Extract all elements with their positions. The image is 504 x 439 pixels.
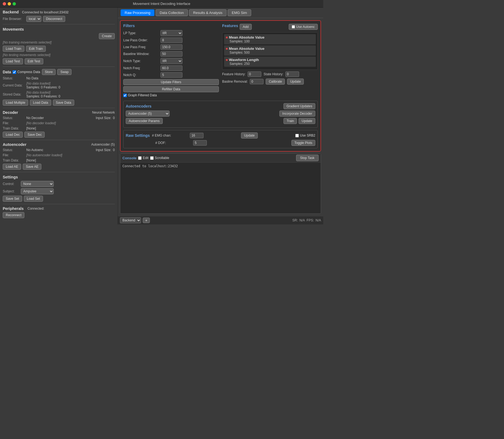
- filters-section: Filters LP Type: IIR Low Pass Order:: [123, 24, 219, 99]
- decoder-file-value: [No decoder loaded]: [26, 121, 56, 125]
- backend-section-header: Backend Connected to localhost:23432: [3, 10, 115, 14]
- scrollable-label[interactable]: Scrollable: [150, 156, 169, 160]
- console-body: Connected to localhost:23432: [120, 163, 321, 213]
- notch-freq-input[interactable]: [161, 65, 182, 71]
- raw-update-button[interactable]: Update: [241, 132, 258, 138]
- load-ae-button[interactable]: Load AE: [3, 164, 21, 170]
- ae-params-button[interactable]: Autoencoder Params: [126, 118, 163, 124]
- refilter-data-button[interactable]: Refilter Data: [123, 86, 219, 92]
- edit-checkbox[interactable]: [138, 156, 142, 160]
- save-ae-button[interactable]: Save AE: [23, 164, 41, 170]
- decoder-status-label: Status:: [3, 116, 25, 120]
- dof-input[interactable]: [193, 140, 207, 146]
- toggle-plots-button[interactable]: Toggle Plots: [291, 140, 315, 146]
- load-train-button[interactable]: Load Train: [3, 46, 24, 52]
- right-panel: Raw Processing Data Collection Results &…: [118, 8, 323, 224]
- baseline-removal-input[interactable]: [250, 79, 264, 84]
- movements-section-header: Movements: [3, 27, 115, 31]
- minimize-button[interactable]: [8, 2, 11, 5]
- save-dec-button[interactable]: Save Dec: [24, 132, 45, 138]
- create-button[interactable]: Create: [99, 33, 115, 39]
- use-srb2-checkbox[interactable]: [295, 134, 299, 137]
- stop-task-button[interactable]: Stop Task: [296, 155, 319, 161]
- graph-filtered-row: Graph Filtered Data: [123, 93, 219, 97]
- graph-filtered-checkbox[interactable]: [123, 94, 127, 97]
- incorporate-decoder-button[interactable]: Incorporate Decoder: [279, 111, 315, 117]
- content-area: Filters LP Type: IIR Low Pass Order:: [118, 18, 323, 216]
- load-dec-button[interactable]: Load Dec: [3, 132, 23, 138]
- scrollable-checkbox[interactable]: [150, 156, 154, 160]
- graph-filtered-label[interactable]: Graph Filtered Data: [123, 93, 157, 97]
- feature-minus-2[interactable]: ■: [226, 47, 228, 51]
- tab-results-analysis[interactable]: Results & Analysis: [189, 9, 227, 16]
- edit-test-button[interactable]: Edit Test: [25, 58, 43, 64]
- use-srb2-label[interactable]: Use SRB2: [295, 134, 315, 137]
- load-test-button[interactable]: Load Test: [3, 58, 23, 64]
- use-autoenc-checkbox[interactable]: [292, 25, 295, 28]
- decoder-status-value: No Decoder: [26, 116, 44, 120]
- load-set-button[interactable]: Load Set: [24, 196, 43, 202]
- feature-history-input[interactable]: [248, 71, 261, 77]
- maximize-button[interactable]: [13, 2, 16, 5]
- data-status-label: Status:: [3, 76, 25, 80]
- load-multiple-button[interactable]: Load Multiple: [3, 100, 28, 106]
- data-load-row: Load Multiple Load Data Save Data: [3, 100, 115, 106]
- compress-data-checkbox[interactable]: [13, 70, 16, 74]
- store-button[interactable]: Store: [42, 69, 56, 75]
- backend-row: File Browser: local Disconnect: [3, 16, 115, 22]
- save-data-button[interactable]: Save Data: [53, 100, 74, 106]
- decoder-train-value: [None]: [26, 126, 36, 130]
- ae-file-value: [No autoencoder loaded]: [26, 153, 62, 157]
- baseline-label: Baseline Window:: [123, 52, 159, 56]
- peripherals-row: Peripherals Connected:: [3, 206, 115, 211]
- notch-type-label: Notch Type:: [123, 59, 159, 63]
- dof-label: # DOF:: [155, 141, 191, 145]
- calibrate-button[interactable]: Calibrate: [266, 79, 285, 85]
- notch-type-select[interactable]: IIR: [161, 58, 182, 64]
- ae-train-button[interactable]: Train: [284, 118, 297, 124]
- ae-select[interactable]: Autoencoder (5): [126, 111, 170, 117]
- add-tab-button[interactable]: +: [143, 218, 150, 223]
- file-browser-select[interactable]: local: [26, 16, 41, 22]
- load-data-button[interactable]: Load Data: [30, 100, 51, 106]
- main-layout: Backend Connected to localhost:23432 Fil…: [0, 8, 323, 224]
- lp-order-input[interactable]: [161, 37, 182, 43]
- console-title: Console: [122, 156, 136, 160]
- subject-select[interactable]: Amputee: [21, 188, 54, 194]
- feature-minus-3[interactable]: ■: [226, 58, 228, 62]
- tab-raw-processing[interactable]: Raw Processing: [121, 9, 154, 16]
- edit-train-button[interactable]: Edit Train: [26, 46, 46, 52]
- notch-q-input[interactable]: [161, 72, 182, 78]
- edit-label[interactable]: Edit: [138, 156, 148, 160]
- settings-save-row: Save Set Load Set: [3, 196, 115, 202]
- tab-emg-sim[interactable]: EMG Sim: [228, 9, 251, 16]
- autoencoders-title: Autoencoders: [126, 104, 151, 108]
- decoder-input-size-label: Input Size:: [96, 116, 111, 120]
- settings-subject-row: Subject: Amputee: [3, 188, 115, 194]
- baseline-input[interactable]: [161, 51, 182, 57]
- update-filters-button[interactable]: Update Filters: [123, 79, 219, 85]
- control-select[interactable]: None: [21, 181, 54, 187]
- ae-update-button[interactable]: Update: [299, 118, 315, 124]
- features-update-button[interactable]: Update: [287, 79, 304, 85]
- gradient-updates-button[interactable]: Gradient Updates: [284, 103, 315, 109]
- add-feature-button[interactable]: Add: [240, 24, 251, 30]
- state-history-input[interactable]: [285, 71, 299, 77]
- reconnect-button[interactable]: Reconnect: [3, 212, 24, 218]
- tab-data-collection[interactable]: Data Collection: [156, 9, 188, 16]
- swap-button[interactable]: Swap: [57, 69, 71, 75]
- lp-freq-input[interactable]: [161, 44, 182, 50]
- save-set-button[interactable]: Save Set: [3, 196, 22, 202]
- compress-data-label[interactable]: Compress Data: [13, 70, 40, 74]
- disconnect-button[interactable]: Disconnect: [43, 16, 65, 22]
- backend-status-select[interactable]: Backend: [120, 217, 141, 223]
- notch-freq-label: Notch Freq:: [123, 66, 159, 70]
- raw-row: Raw Settings # EMG chan: Update Use SRB2: [126, 132, 315, 138]
- peripherals-status: Connected:: [27, 207, 44, 210]
- feature-minus-1[interactable]: ■: [226, 35, 228, 39]
- lp-type-select[interactable]: IIR: [161, 30, 182, 36]
- close-button[interactable]: [3, 2, 6, 5]
- use-autoenc-button[interactable]: Use Autoenc: [289, 24, 318, 30]
- emg-chan-input[interactable]: [190, 133, 204, 138]
- ae-status-label: Status:: [3, 148, 25, 152]
